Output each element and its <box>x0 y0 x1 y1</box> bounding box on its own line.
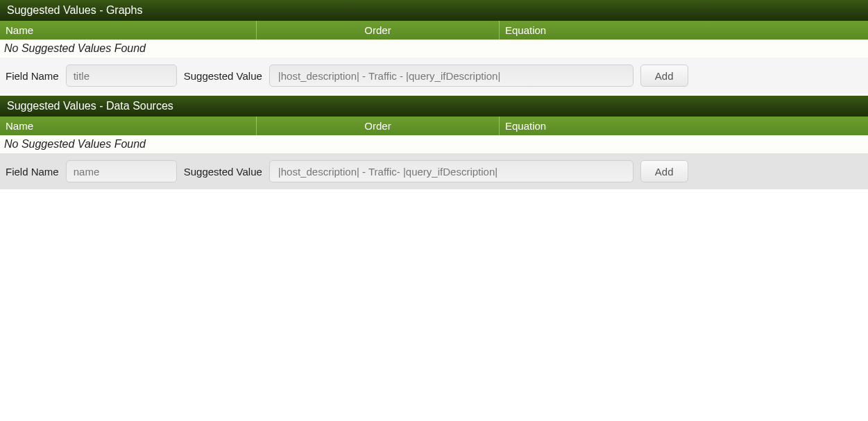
add-button-datasources[interactable]: Add <box>640 160 688 182</box>
col-header-equation: Equation <box>500 117 868 135</box>
col-header-name: Name <box>0 21 257 40</box>
field-name-label: Field Name <box>6 166 59 178</box>
input-row-graphs: Field Name Suggested Value Add <box>0 58 868 94</box>
suggested-values-datasources-panel: Suggested Values - Data Sources Name Ord… <box>0 96 868 189</box>
column-headers-datasources: Name Order Equation <box>0 117 868 135</box>
suggested-value-label: Suggested Value <box>184 166 262 178</box>
panel-title-datasources: Suggested Values - Data Sources <box>0 96 868 117</box>
panel-title-graphs: Suggested Values - Graphs <box>0 0 868 21</box>
col-header-equation: Equation <box>500 21 868 40</box>
empty-message-datasources: No Suggested Values Found <box>0 135 868 153</box>
col-header-order: Order <box>257 21 500 40</box>
field-name-input-graphs[interactable] <box>66 65 177 87</box>
column-headers-graphs: Name Order Equation <box>0 21 868 40</box>
suggested-value-input-graphs[interactable] <box>269 65 633 87</box>
field-name-label: Field Name <box>6 70 59 82</box>
field-name-input-datasources[interactable] <box>66 160 177 182</box>
suggested-value-label: Suggested Value <box>184 70 262 82</box>
add-button-graphs[interactable]: Add <box>640 65 688 87</box>
suggested-value-input-datasources[interactable] <box>269 160 633 182</box>
suggested-values-graphs-panel: Suggested Values - Graphs Name Order Equ… <box>0 0 868 94</box>
input-row-datasources: Field Name Suggested Value Add <box>0 153 868 189</box>
empty-message-graphs: No Suggested Values Found <box>0 40 868 58</box>
col-header-name: Name <box>0 117 257 135</box>
col-header-order: Order <box>257 117 500 135</box>
